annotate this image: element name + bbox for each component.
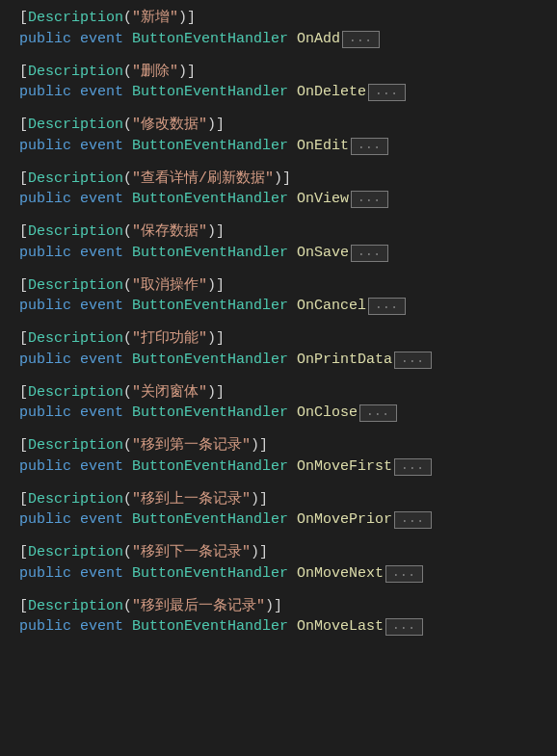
attribute-name: Description [28,544,123,560]
fold-toggle[interactable]: ... [385,618,423,636]
fold-toggle[interactable]: ... [351,138,388,155]
event-block: [Description("移到最后一条记录")]public event Bu… [0,596,557,639]
paren-close: )] [178,10,196,26]
event-block: [Description("删除")]public event ButtonEv… [0,62,557,104]
event-block: [Description("修改数据")]public event Button… [0,115,557,157]
fold-toggle[interactable]: ... [394,511,432,529]
event-block: [Description("打印功能")]public event Button… [0,328,557,371]
declaration-line: public event ButtonEventHandler OnMoveFi… [19,456,557,478]
bracket-open: [ [19,491,28,508]
quote: " [132,491,141,508]
fold-toggle[interactable]: ... [368,298,406,315]
description-string: 移到最后一条记录 [141,598,256,614]
attribute-name: Description [28,64,123,80]
attribute-name: Description [28,491,123,508]
attribute-name: Description [28,330,123,347]
bracket-open: [ [19,544,28,560]
event-block: [Description("新增")]public event ButtonEv… [0,8,557,50]
keyword-public: public [19,191,71,207]
keyword-event: event [80,84,123,100]
paren-open: ( [123,384,132,401]
handler-type: ButtonEventHandler [132,458,288,475]
fold-toggle[interactable]: ... [394,458,432,476]
paren-open: ( [123,10,132,26]
keyword-event: event [80,31,123,47]
fold-toggle[interactable]: ... [351,245,388,262]
keyword-public: public [19,31,71,47]
attribute-line: [Description("打印功能")] [19,328,557,350]
code-editor: [Description("新增")]public event ButtonEv… [0,8,557,638]
event-name: OnCancel [297,298,366,314]
declaration-line: public event ButtonEventHandler OnPrintD… [19,350,557,371]
event-block: [Description("保存数据")]public event Button… [0,222,557,264]
fold-toggle[interactable]: ... [385,565,423,583]
handler-type: ButtonEventHandler [132,191,288,207]
paren-close: )] [274,170,291,187]
event-name: OnMoveFirst [297,458,392,475]
attribute-name: Description [28,117,123,133]
quote: " [199,330,207,347]
paren-close: )] [207,223,225,240]
event-name: OnAdd [297,31,340,47]
bracket-open: [ [19,10,28,26]
declaration-line: public event ButtonEventHandler OnAdd... [19,29,557,50]
paren-close: )] [251,491,268,508]
paren-open: ( [123,330,132,347]
paren-open: ( [123,117,132,133]
event-name: OnDelete [297,84,366,100]
declaration-line: public event ButtonEventHandler OnEdit..… [19,136,557,157]
attribute-line: [Description("移到下一条记录")] [19,542,557,563]
keyword-event: event [80,191,123,207]
event-name: OnMoveLast [297,618,384,635]
keyword-public: public [19,138,71,154]
attribute-name: Description [28,10,123,26]
event-name: OnView [297,191,349,207]
fold-toggle[interactable]: ... [394,352,432,369]
bracket-open: [ [19,64,28,80]
handler-type: ButtonEventHandler [132,84,288,100]
quote: " [132,10,141,26]
attribute-name: Description [28,170,123,187]
fold-toggle[interactable]: ... [351,191,388,208]
keyword-event: event [80,511,123,528]
event-block: [Description("关闭窗体")]public event Button… [0,382,557,425]
handler-type: ButtonEventHandler [132,245,288,261]
paren-open: ( [123,223,132,240]
paren-close: )] [178,64,196,80]
keyword-public: public [19,404,71,421]
keyword-event: event [80,458,123,475]
handler-type: ButtonEventHandler [132,404,288,421]
declaration-line: public event ButtonEventHandler OnClose.… [19,403,557,424]
paren-close: )] [251,437,268,454]
handler-type: ButtonEventHandler [132,138,288,154]
fold-toggle[interactable]: ... [368,84,406,101]
fold-toggle[interactable]: ... [359,404,397,422]
event-block: [Description("移到下一条记录")]public event But… [0,542,557,585]
quote: " [199,384,207,401]
bracket-open: [ [19,598,28,614]
event-block: [Description("移到第一条记录")]public event But… [0,435,557,478]
attribute-line: [Description("移到最后一条记录")] [19,596,557,617]
keyword-public: public [19,458,71,475]
bracket-open: [ [19,384,28,401]
keyword-public: public [19,298,71,314]
event-name: OnClose [297,404,358,421]
quote: " [199,223,207,240]
keyword-public: public [19,245,71,261]
description-string: 取消操作 [141,277,199,294]
handler-type: ButtonEventHandler [132,352,288,368]
keyword-public: public [19,84,71,100]
quote: " [242,544,251,560]
quote: " [170,64,178,80]
declaration-line: public event ButtonEventHandler OnMoveNe… [19,563,557,585]
fold-toggle[interactable]: ... [342,31,380,48]
event-block: [Description("查看详情/刷新数据")]public event B… [0,169,557,211]
paren-close: )] [265,598,282,614]
paren-close: )] [207,330,225,347]
quote: " [132,223,141,240]
description-string: 修改数据 [141,117,199,133]
keyword-event: event [80,404,123,421]
paren-open: ( [123,64,132,80]
keyword-event: event [80,352,123,368]
paren-close: )] [207,384,225,401]
